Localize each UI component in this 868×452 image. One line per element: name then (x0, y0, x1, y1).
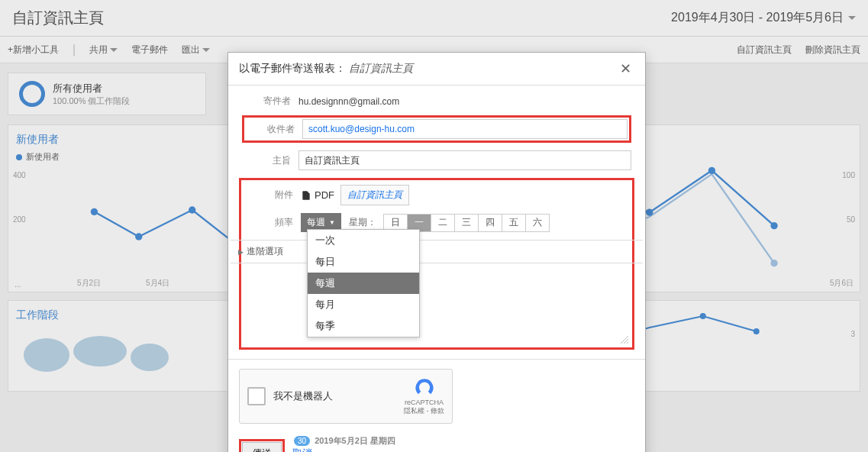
recaptcha-label: 我不是機器人 (273, 389, 396, 403)
modal-title: 以電子郵件寄送報表： 自訂資訊主頁 (239, 62, 413, 76)
timeline-snippet: 30 2019年5月2日 星期四 (294, 435, 395, 447)
highlight-recipient: 收件者 (242, 115, 631, 143)
close-button[interactable]: ✕ (617, 60, 634, 77)
recaptcha-logo: reCAPTCHA 隱私權 - 條款 (404, 377, 444, 415)
weekday-button[interactable]: 五 (502, 214, 526, 232)
from-label: 寄件者 (242, 95, 298, 108)
frequency-option[interactable]: 每季 (308, 315, 419, 337)
recaptcha-widget[interactable]: 我不是機器人 reCAPTCHA 隱私權 - 條款 (239, 369, 453, 424)
from-value: hu.designnn@gmail.com (298, 96, 399, 107)
modal-body: 寄件者 hu.designnn@gmail.com 收件者 主旨 附件 PDF (228, 86, 645, 359)
attachment-chip[interactable]: 自訂資訊主頁 (340, 185, 409, 205)
subject-label: 主旨 (242, 154, 298, 167)
frequency-label: 頻率 (244, 216, 301, 229)
modal-footer-actions: 傳送 取消 (228, 433, 645, 452)
message-textarea[interactable] (244, 268, 629, 344)
highlight-attachment-frequency: 附件 PDF 自訂資訊主頁 頻率 每週 ▼ 星期： 日 (239, 178, 634, 350)
modal-recaptcha-row: 我不是機器人 reCAPTCHA 隱私權 - 條款 (228, 359, 645, 433)
weekday-button[interactable]: 四 (478, 214, 502, 232)
from-row: 寄件者 hu.designnn@gmail.com (242, 95, 631, 108)
attach-label: 附件 (244, 189, 301, 202)
weekday-button[interactable]: 六 (525, 214, 550, 232)
modal-header: 以電子郵件寄送報表： 自訂資訊主頁 ✕ (228, 53, 645, 86)
triangle-right-icon: ▶ (238, 248, 244, 256)
recaptcha-checkbox[interactable] (247, 387, 266, 405)
frequency-option[interactable]: 每日 (308, 251, 419, 273)
resize-handle-icon (621, 336, 628, 344)
recipient-input[interactable] (302, 119, 628, 139)
pdf-icon: PDF (301, 189, 334, 201)
frequency-option[interactable]: 每月 (308, 294, 419, 315)
cancel-link[interactable]: 取消 (292, 447, 312, 452)
frequency-option[interactable]: 每週 (308, 273, 419, 294)
weekday-label: 星期： (349, 216, 376, 229)
send-button[interactable]: 傳送 (242, 442, 282, 452)
advanced-options-toggle[interactable]: ▶ 進階選項 (231, 240, 643, 263)
badge: 30 (294, 436, 310, 446)
to-label: 收件者 (246, 123, 302, 136)
frequency-dropdown: 一次每日每週每月每季 (307, 229, 420, 337)
subject-input[interactable] (298, 150, 631, 170)
email-report-modal: 以電子郵件寄送報表： 自訂資訊主頁 ✕ 寄件者 hu.designnn@gmai… (227, 52, 646, 452)
highlight-send: 傳送 (239, 439, 285, 452)
frequency-option[interactable]: 一次 (308, 230, 419, 251)
weekday-button[interactable]: 二 (431, 214, 455, 232)
weekday-button[interactable]: 三 (454, 214, 479, 232)
